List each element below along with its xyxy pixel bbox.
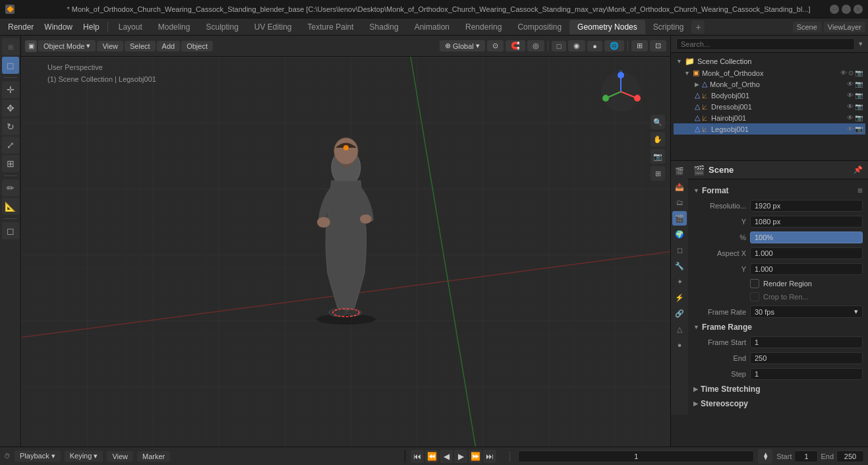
view-layer-selector[interactable]: ViewLayer [824,22,865,32]
transform-tool[interactable]: ⊞ [2,155,19,172]
eye-icon[interactable]: 👁 [847,92,854,99]
scene-selector[interactable]: Scene [793,22,821,32]
props-pin-icon[interactable]: 📌 [854,166,863,174]
overlay-toggle[interactable]: ⊞ [631,40,648,51]
render-icon[interactable]: 📷 [855,80,863,88]
object-menu[interactable]: Object [181,41,213,51]
render-icon[interactable]: 📷 [855,69,863,77]
outliner-item-monk-collection[interactable]: ▼ ▣ Monk_of_Orthodox 👁 ⊙ 📷 [674,67,865,78]
grid-button[interactable]: ⊞ [651,166,665,181]
snap-toggle[interactable]: 🧲 [506,40,525,51]
step-back-button[interactable]: ◀ [440,450,453,463]
eye-icon[interactable]: 👁 [847,114,854,121]
eye-icon[interactable]: 👁 [847,125,854,133]
marker-menu[interactable]: Marker [137,451,170,462]
annotate-tool[interactable]: ✏ [2,179,19,197]
xray-toggle[interactable]: ⊡ [650,40,666,51]
tab-geometry-nodes[interactable]: Geometry Nodes [569,20,645,34]
step-forward-button[interactable]: ⏩ [469,450,482,463]
time-stretching-header[interactable]: ▶ Time Stretching [693,382,863,396]
render-icon[interactable]: 📷 [855,92,863,99]
viewport-3d[interactable]: ▣ Object Mode ▾ View Select Add Object ⊕… [21,36,670,447]
start-frame-input[interactable] [794,450,818,462]
format-options-icon[interactable]: ⊞ [857,187,863,194]
stereoscopy-header[interactable]: ▶ Stereoscopy [693,396,863,411]
resolution-x-value[interactable]: 1920 px [750,200,863,212]
maximize-button[interactable]: □ [842,5,851,14]
menu-window[interactable]: Window [39,21,78,33]
frame-step-value[interactable]: 1 [750,368,863,380]
tab-scripting[interactable]: Scripting [645,20,692,34]
next-keyframe-button[interactable]: ⏭ [483,450,496,463]
tab-animation[interactable]: Animation [407,20,457,34]
props-tab-material[interactable]: ● [672,338,687,352]
eye-icon[interactable]: 👁 [840,69,847,77]
outliner-item-body[interactable]: △ ⟀ Bodyobj001 👁 📷 [674,90,865,101]
render-region-checkbox[interactable] [750,279,759,288]
props-tab-render[interactable]: 🎬 [672,164,687,178]
props-tab-data[interactable]: △ [672,322,687,336]
scale-tool[interactable]: ⤢ [2,137,19,154]
resolution-y-value[interactable]: 1080 px [750,216,863,228]
props-tab-world[interactable]: 🌍 [672,227,687,241]
render-icon[interactable]: 📷 [855,125,863,133]
menu-render[interactable]: Render [3,21,39,33]
tab-shading[interactable]: Shading [362,20,407,34]
playback-menu[interactable]: Playback ▾ [14,450,61,462]
props-tab-constraints[interactable]: 🔗 [672,306,687,321]
outliner-search[interactable] [676,38,855,50]
frame-rate-value[interactable]: 30 fps ▾ [750,305,863,318]
props-tab-object[interactable]: ◻ [672,243,687,257]
props-tab-output[interactable]: 📤 [672,179,687,194]
tab-rendering[interactable]: Rendering [457,20,509,34]
select-box-tool[interactable]: ◻ [2,57,19,74]
shading-material[interactable]: ● [587,41,602,51]
render-icon[interactable]: 📷 [855,103,863,110]
tab-compositing[interactable]: Compositing [509,20,569,34]
props-tab-modifier[interactable]: 🔧 [672,259,687,273]
props-tab-physics[interactable]: ⚡ [672,290,687,305]
move-tool[interactable]: ✥ [2,100,19,117]
end-frame-input[interactable] [836,450,864,462]
frame-start-value[interactable]: 1 [750,336,863,348]
shading-wireframe[interactable]: □ [552,41,567,51]
add-menu[interactable]: Add [157,41,181,51]
tab-texture-paint[interactable]: Texture Paint [300,20,362,34]
pan-button[interactable]: ✋ [651,132,665,146]
outliner-item-legs[interactable]: △ ⟀ Legsobj001 👁 📷 [674,123,865,135]
transform-orientation[interactable]: ⊕ Global ▾ [440,40,485,51]
props-tab-particles[interactable]: ✦ [672,274,687,289]
eye-icon[interactable]: 👁 [847,103,854,110]
pivot-point[interactable]: ⊙ [487,40,504,51]
measure-tool[interactable]: 📐 [2,198,19,215]
keying-menu[interactable]: Keying ▾ [65,450,103,462]
current-frame-input[interactable] [518,450,754,462]
shading-solid[interactable]: ◉ [568,40,585,51]
scene-collection-header[interactable]: ▼ 📁 Scene Collection [674,55,865,67]
hide-viewport-icon[interactable]: ⊙ [848,69,854,77]
select-menu[interactable]: Select [125,41,156,51]
props-tab-scene[interactable]: 🎬 [672,211,687,226]
zoom-in-button[interactable]: 🔍 [651,115,665,129]
jump-start-button[interactable]: ⏮ [411,450,424,463]
object-mode-dropdown[interactable]: Object Mode ▾ [38,40,96,51]
add-cube-tool[interactable]: ◻ [2,222,19,239]
frame-range-section-header[interactable]: ▼ Frame Range [693,320,863,334]
prev-keyframe-button[interactable]: ⏪ [425,450,438,463]
cursor-tool[interactable]: ✛ [2,81,19,98]
props-tab-view-layer[interactable]: 🗂 [672,195,687,210]
add-workspace-button[interactable]: + [691,20,705,34]
play-button[interactable]: ▶ [454,450,467,463]
aspect-x-value[interactable]: 1.000 [750,247,863,259]
outliner-item-monk-ortho[interactable]: ▶ △ Monk_of_Ortho 👁 📷 [674,78,865,90]
eye-icon[interactable]: 👁 [847,80,854,88]
close-button[interactable]: ✕ [854,5,863,14]
rotate-tool[interactable]: ↻ [2,118,19,135]
minimize-button[interactable]: — [830,5,839,14]
camera-button[interactable]: 📷 [651,149,665,164]
outliner-item-hair[interactable]: △ ⟀ Hairobj001 👁 📷 [674,112,865,123]
render-icon[interactable]: 📷 [855,114,863,121]
crop-checkbox[interactable] [750,292,759,301]
resolution-pct-value[interactable]: 100% [750,232,863,243]
tab-layout[interactable]: Layout [111,20,150,34]
